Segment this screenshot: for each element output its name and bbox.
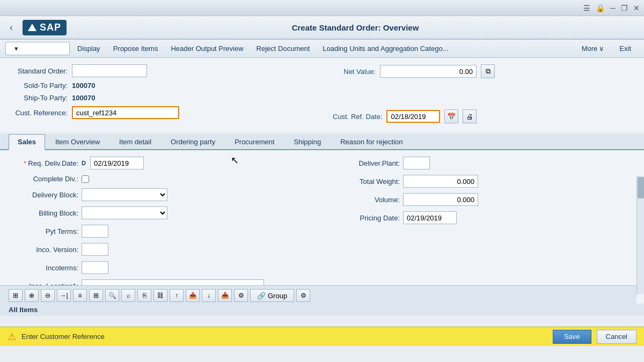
calendar-icon[interactable]: 📅 xyxy=(444,109,458,123)
toolbar-down-btn[interactable]: ↓ xyxy=(202,289,216,302)
sap-logo: SAP xyxy=(23,20,67,35)
toolbar-list-btn[interactable]: ≡ xyxy=(73,289,87,302)
volume-input[interactable] xyxy=(403,193,478,206)
ship-to-label: Ship-To Party: xyxy=(9,94,68,102)
cust-ref-label: Cust. Reference: xyxy=(9,109,68,117)
toolbar-filter-btn[interactable]: ⌕ xyxy=(121,289,135,302)
volume-label: Volume: xyxy=(330,196,400,204)
menu-reject-document[interactable]: Reject Document xyxy=(251,42,316,55)
billing-block-label: Billing Block: xyxy=(9,209,78,217)
menu-display[interactable]: Display xyxy=(72,42,106,55)
lock-icon[interactable]: 🔒 xyxy=(596,4,605,12)
toolbar-download-btn[interactable]: 📥 xyxy=(218,289,232,302)
d-marker: D xyxy=(82,160,86,166)
menu-dropdown[interactable]: ▾ xyxy=(5,42,70,55)
status-bar: ⚠ Enter Customer Reference Save Cancel xyxy=(0,327,644,346)
copy-icon[interactable]: ⧉ xyxy=(481,64,495,78)
total-weight-input[interactable] xyxy=(403,175,478,188)
tab-ordering-party[interactable]: Ordering party xyxy=(162,134,224,149)
toolbar-add-btn[interactable]: ⊕ xyxy=(25,289,39,302)
toolbar-remove-btn[interactable]: ⊖ xyxy=(41,289,55,302)
delivery-block-label: Delivery Block: xyxy=(9,191,78,199)
toolbar-table-btn[interactable]: ⊞ xyxy=(9,289,23,302)
hamburger-icon[interactable]: ☰ xyxy=(583,4,590,12)
ship-to-value: 100070 xyxy=(72,94,95,102)
net-value-input[interactable] xyxy=(380,65,477,78)
scroll-thumb[interactable] xyxy=(638,177,644,198)
toolbar-move-btn[interactable]: →| xyxy=(57,289,71,302)
close-icon[interactable]: ✕ xyxy=(633,4,640,12)
dropdown-label xyxy=(10,45,12,53)
toolbar-config-btn[interactable]: ⚙ xyxy=(296,289,310,302)
more-button[interactable]: More ∨ xyxy=(576,42,610,55)
toolbar-copy-btn[interactable]: ⎘ xyxy=(137,289,151,302)
complete-div-label: Complete Div.: xyxy=(9,175,78,183)
dropdown-arrow: ▾ xyxy=(14,45,18,53)
standard-order-label: Standard Order: xyxy=(9,67,68,75)
menu-header-output[interactable]: Header Output Preview xyxy=(165,42,248,55)
more-arrow-icon: ∨ xyxy=(599,45,604,53)
form-area: Standard Order: Sold-To Party: 100070 Sh… xyxy=(0,58,644,132)
toolbar-up-btn[interactable]: ↑ xyxy=(170,289,184,302)
pyt-terms-input[interactable] xyxy=(82,225,108,238)
pricing-date-input[interactable] xyxy=(403,211,457,224)
incoterms-input[interactable] xyxy=(82,261,108,274)
pyt-terms-label: Pyt Terms: xyxy=(9,227,78,235)
restore-icon[interactable]: ❐ xyxy=(621,4,628,12)
cust-ref-input[interactable] xyxy=(72,106,179,119)
req-deliv-date-input[interactable] xyxy=(90,157,144,169)
group-icon: 🔗 xyxy=(257,292,266,300)
cancel-button[interactable]: Cancel xyxy=(597,330,636,344)
inco-version-label: Inco. Version: xyxy=(9,246,78,254)
all-items-label: All Items xyxy=(0,304,644,316)
title-bar-icons: ☰ 🔒 ─ ❐ ✕ xyxy=(583,4,640,12)
total-weight-label: Total Weight: xyxy=(330,178,400,186)
sold-to-value: 100070 xyxy=(72,82,95,90)
back-button[interactable]: ‹ xyxy=(5,20,17,35)
title-bar: ☰ 🔒 ─ ❐ ✕ xyxy=(0,0,644,16)
print-icon[interactable]: 🖨 xyxy=(463,109,477,123)
toolbar-search-btn[interactable]: 🔍 xyxy=(105,289,119,302)
minimize-icon[interactable]: ─ xyxy=(610,4,616,12)
items-toolbar: ⊞ ⊕ ⊖ →| ≡ ⊞ 🔍 ⌕ ⎘ ⛓ ↑ 📤 ↓ 📥 ⚙ 🔗 Group ⚙ xyxy=(0,285,636,305)
warning-icon: ⚠ xyxy=(8,331,16,343)
toolbar-upload-btn[interactable]: 📤 xyxy=(186,289,200,302)
menu-loading-units[interactable]: Loading Units and Aggregation Catego... xyxy=(317,42,453,55)
tab-reason-for-rejection[interactable]: Reason for rejection xyxy=(331,134,412,149)
tab-item-overview[interactable]: Item Overview xyxy=(46,134,109,149)
header-bar: ‹ SAP Create Standard Order: Overview xyxy=(0,16,644,40)
sold-to-label: Sold-To Party: xyxy=(9,82,68,90)
more-label: More xyxy=(582,45,598,53)
menu-propose-items[interactable]: Propose Items xyxy=(108,42,164,55)
tabs-bar: Sales Item Overview Item detail Ordering… xyxy=(0,134,644,150)
tab-sales[interactable]: Sales xyxy=(9,134,45,150)
delivery-block-select[interactable] xyxy=(82,188,167,201)
tab-shipping[interactable]: Shipping xyxy=(285,134,331,149)
deliver-plant-input[interactable] xyxy=(403,157,430,169)
group-label: Group xyxy=(268,292,287,300)
complete-div-checkbox[interactable] xyxy=(82,175,89,183)
group-button[interactable]: 🔗 Group xyxy=(250,289,294,302)
req-deliv-date-label: Req. Deliv.Date: xyxy=(9,159,78,167)
tab-item-detail[interactable]: Item detail xyxy=(110,134,160,149)
toolbar-grid-btn[interactable]: ⊞ xyxy=(89,289,103,302)
tab-procurement[interactable]: Procurement xyxy=(225,134,283,149)
toolbar-link-btn[interactable]: ⛓ xyxy=(153,289,167,302)
sap-diamond xyxy=(28,24,36,31)
billing-block-select[interactable] xyxy=(82,206,167,219)
pricing-date-label: Pricing Date: xyxy=(330,214,400,222)
scrollbar[interactable] xyxy=(636,176,644,294)
page-title: Create Standard Order: Overview xyxy=(72,23,639,32)
cust-ref-date-input[interactable] xyxy=(386,110,440,123)
incoterms-label: Incoterms: xyxy=(9,264,78,272)
deliver-plant-label: Deliver.Plant: xyxy=(330,159,400,167)
net-value-label: Net Value: xyxy=(333,68,376,76)
toolbar-misc-btn[interactable]: ⚙ xyxy=(234,289,248,302)
exit-button[interactable]: Exit xyxy=(612,42,639,55)
inco-version-input[interactable] xyxy=(82,243,108,256)
sales-tab-content: Req. Deliv.Date: D Complete Div.: Delive… xyxy=(0,150,644,304)
standard-order-input[interactable] xyxy=(72,64,147,77)
cust-ref-date-label: Cust. Ref. Date: xyxy=(333,113,382,121)
save-button[interactable]: Save xyxy=(553,330,591,344)
status-message: Enter Customer Reference xyxy=(21,333,547,341)
